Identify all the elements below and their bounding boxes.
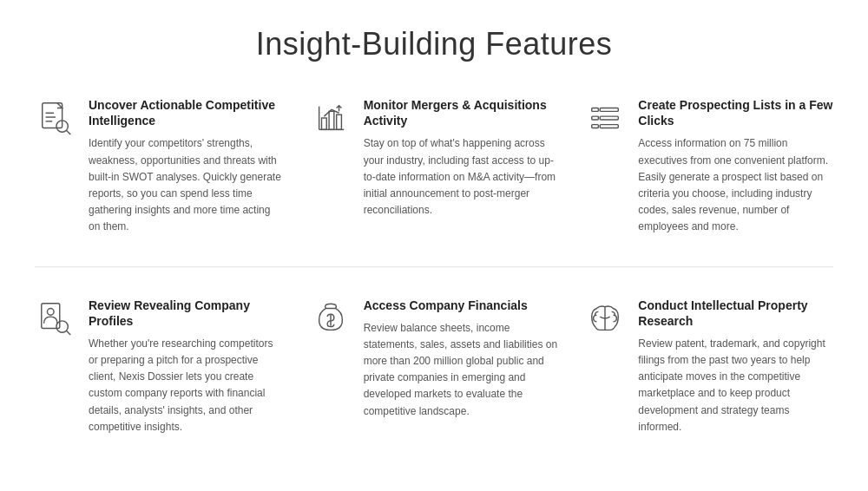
feature-content-mergers-acquisitions: Monitor Mergers & Acquisitions Activity … — [364, 97, 559, 219]
feature-item-intellectual-property: Conduct Intellectual Property Research R… — [584, 298, 833, 436]
chart-bars-icon — [310, 97, 352, 139]
feature-desc-mergers-acquisitions: Stay on top of what's happening across y… — [364, 135, 559, 219]
svg-line-2 — [66, 130, 70, 134]
svg-rect-17 — [601, 125, 619, 128]
feature-desc-company-financials: Review balance sheets, income statements… — [364, 320, 559, 420]
magnify-person-icon — [35, 298, 76, 339]
feature-title-mergers-acquisitions: Monitor Mergers & Acquisitions Activity — [364, 97, 559, 128]
feature-title-prospecting-lists: Create Prospecting Lists in a Few Clicks — [638, 97, 833, 128]
list-bars-icon — [584, 97, 626, 139]
page-container: Insight-Building Features — [0, 0, 868, 470]
feature-content-prospecting-lists: Create Prospecting Lists in a Few Clicks… — [638, 97, 833, 236]
feature-title-intellectual-property: Conduct Intellectual Property Research — [638, 298, 833, 329]
brain-icon — [584, 298, 626, 339]
magnify-document-icon — [35, 97, 76, 139]
feature-desc-company-profiles: Whether you're researching competitors o… — [89, 336, 284, 435]
svg-rect-14 — [592, 116, 599, 120]
svg-line-21 — [66, 331, 70, 335]
feature-title-company-profiles: Review Revealing Company Profiles — [89, 298, 284, 329]
svg-rect-12 — [592, 108, 599, 112]
svg-rect-15 — [601, 116, 619, 120]
feature-item-company-financials: Access Company Financials Review balance… — [310, 298, 559, 436]
svg-point-19 — [47, 308, 54, 315]
feature-title-company-financials: Access Company Financials — [364, 298, 559, 313]
svg-rect-16 — [592, 125, 599, 128]
svg-rect-10 — [336, 115, 341, 129]
feature-content-competitive-intelligence: Uncover Actionable Competitive Intellige… — [89, 97, 284, 236]
feature-content-company-profiles: Review Revealing Company Profiles Whethe… — [89, 298, 284, 436]
feature-desc-prospecting-lists: Access information on 75 million executi… — [638, 135, 833, 235]
feature-item-prospecting-lists: Create Prospecting Lists in a Few Clicks… — [584, 97, 833, 236]
feature-content-intellectual-property: Conduct Intellectual Property Research R… — [638, 298, 833, 436]
money-bag-icon — [310, 298, 352, 339]
feature-item-mergers-acquisitions: Monitor Mergers & Acquisitions Activity … — [310, 97, 559, 236]
row-divider — [35, 266, 833, 267]
features-grid: Uncover Actionable Competitive Intellige… — [35, 97, 833, 435]
svg-rect-8 — [321, 118, 326, 129]
feature-desc-intellectual-property: Review patent, trademark, and copyright … — [638, 336, 833, 435]
feature-item-competitive-intelligence: Uncover Actionable Competitive Intellige… — [35, 97, 284, 236]
svg-rect-0 — [43, 103, 62, 128]
page-title: Insight-Building Features — [35, 26, 833, 62]
feature-title-competitive-intelligence: Uncover Actionable Competitive Intellige… — [89, 97, 284, 128]
svg-point-20 — [56, 320, 68, 331]
feature-content-company-financials: Access Company Financials Review balance… — [364, 298, 559, 420]
svg-rect-13 — [601, 108, 619, 112]
feature-desc-competitive-intelligence: Identify your competitors' strengths, we… — [89, 135, 284, 235]
svg-rect-9 — [329, 111, 334, 129]
feature-item-company-profiles: Review Revealing Company Profiles Whethe… — [35, 298, 284, 436]
